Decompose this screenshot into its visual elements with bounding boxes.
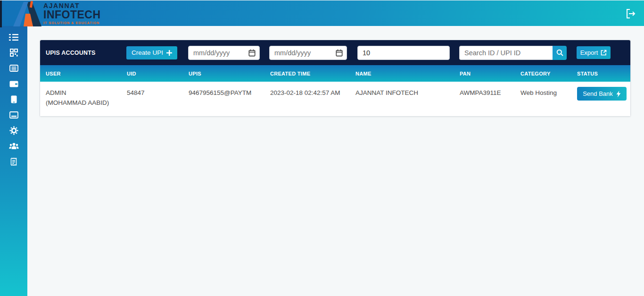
gear-icon	[9, 126, 18, 135]
top-header-bar: AJANNAT INFOTECH IT SOLUTION & EDUCATION	[0, 0, 644, 26]
send-bank-button[interactable]: Send Bank	[577, 87, 627, 101]
cell-created-time: 2023-02-18 02:42:57 AM	[264, 82, 350, 116]
sidebar-item-tasks[interactable]	[0, 29, 27, 45]
logo-line2: INFOTECH	[43, 9, 101, 20]
header-edge-strip	[0, 0, 2, 27]
sidebar-nav	[0, 26, 27, 296]
sidebar-item-qrcode[interactable]	[0, 45, 27, 60]
upis-accounts-card: UPIS ACCOUNTS Create UPI	[40, 40, 631, 117]
plus-icon	[166, 50, 172, 56]
search-group	[459, 46, 567, 60]
create-upi-label: Create UPI	[132, 49, 163, 56]
date-from-input[interactable]	[188, 46, 260, 60]
mobile-icon	[11, 95, 17, 103]
create-upi-button[interactable]: Create UPI	[126, 46, 177, 59]
table-header-row: USER UID UPIS CREATED TIME NAME PAN CATE…	[40, 65, 630, 82]
column-header-upis: UPIS	[183, 65, 264, 82]
sidebar-item-settings[interactable]	[0, 123, 27, 138]
column-header-category: CATEGORY	[515, 65, 571, 82]
cell-uid: 54847	[121, 82, 183, 116]
sidebar-item-wallet[interactable]	[0, 76, 27, 92]
tasks-icon	[9, 34, 18, 41]
column-header-uid: UID	[121, 65, 183, 82]
logout-button[interactable]	[624, 7, 637, 20]
wallet-icon	[9, 80, 18, 87]
cell-pan: AWMPA3911E	[454, 82, 515, 116]
cell-user: ADMIN (MOHAMMAD AABID)	[40, 82, 121, 116]
panel-title: UPIS ACCOUNTS	[46, 50, 126, 56]
search-input[interactable]	[459, 46, 553, 60]
sidebar-item-mobile[interactable]	[0, 92, 27, 107]
search-icon	[556, 49, 563, 56]
table-row: ADMIN (MOHAMMAD AABID) 54847 9467956155@…	[40, 82, 630, 116]
send-bank-label: Send Bank	[583, 90, 613, 97]
qrcode-icon	[10, 49, 18, 57]
lightning-bolt-icon	[616, 91, 621, 97]
company-logo: AJANNAT INFOTECH IT SOLUTION & EDUCATION	[12, 1, 101, 28]
receipt-icon	[10, 158, 17, 166]
user-fullname: (MOHAMMAD AABID)	[46, 98, 118, 108]
newspaper-icon	[9, 111, 18, 118]
cell-name: AJANNAT INFOTECH	[350, 82, 454, 116]
sidebar-item-list[interactable]	[0, 60, 27, 76]
sidebar-item-receipt[interactable]	[0, 154, 27, 169]
column-header-status: STATUS	[571, 65, 630, 82]
cell-category: Web Hosting	[515, 82, 571, 116]
date-to-input[interactable]	[269, 46, 347, 60]
user-name: ADMIN	[46, 88, 118, 98]
column-header-pan: PAN	[454, 65, 515, 82]
logo-tagline: IT SOLUTION & EDUCATION	[43, 22, 101, 25]
users-icon	[9, 143, 19, 150]
date-from-field	[188, 46, 260, 60]
export-button[interactable]: Export	[577, 46, 611, 59]
date-to-field	[269, 46, 347, 60]
column-header-created-time: CREATED TIME	[264, 65, 350, 82]
panel-header: UPIS ACCOUNTS Create UPI	[40, 40, 630, 65]
sidebar-item-newspaper[interactable]	[0, 107, 27, 123]
logo-line1: AJANNAT	[43, 2, 101, 9]
external-link-icon	[601, 50, 607, 56]
sidebar-item-users[interactable]	[0, 138, 27, 154]
logo-text: AJANNAT INFOTECH IT SOLUTION & EDUCATION	[43, 1, 101, 25]
export-label: Export	[580, 49, 598, 56]
list-alt-icon	[9, 65, 18, 72]
cell-status: Send Bank	[571, 82, 630, 116]
cell-upis: 9467956155@PAYTM	[183, 82, 264, 116]
column-header-name: NAME	[350, 65, 454, 82]
column-header-user: USER	[40, 65, 121, 82]
limit-input[interactable]	[357, 46, 450, 60]
main-content: UPIS ACCOUNTS Create UPI	[27, 26, 644, 296]
logout-icon	[625, 8, 637, 20]
search-button[interactable]	[553, 46, 567, 60]
logo-a-mark-icon	[12, 1, 42, 27]
